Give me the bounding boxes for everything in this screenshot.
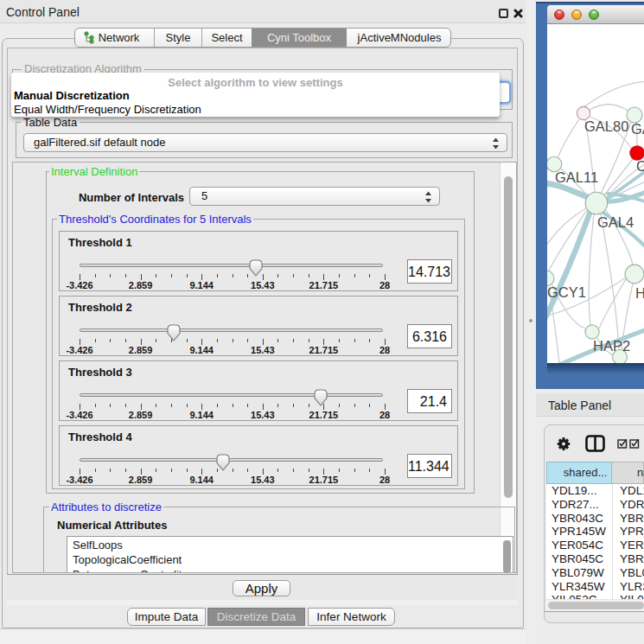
- svg-text:GCY1: GCY1: [547, 284, 586, 300]
- svg-text:GA: GA: [631, 121, 644, 137]
- svg-text:GAL4: GAL4: [597, 214, 634, 230]
- svg-text:GAL11: GAL11: [555, 169, 598, 185]
- svg-text:GAL80: GAL80: [584, 118, 628, 134]
- svg-text:H: H: [635, 285, 644, 301]
- svg-text:C: C: [636, 158, 644, 174]
- svg-text:HAP2: HAP2: [593, 338, 630, 354]
